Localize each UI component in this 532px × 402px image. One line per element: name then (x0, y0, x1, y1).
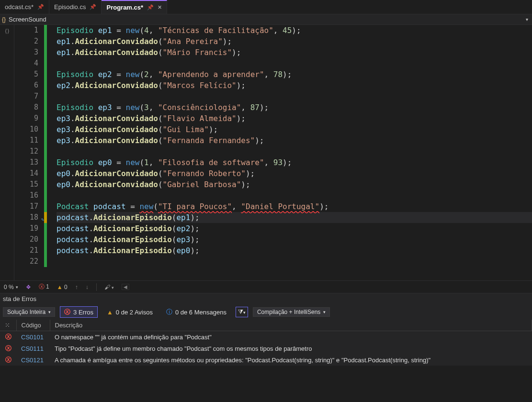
token: Episodio (57, 26, 93, 35)
error-filter-bar: Solução Inteira ▾ ⓧ 3 Erros ▲ 0 de 2 Avi… (0, 304, 532, 320)
error-row[interactable]: ⓧCS0121A chamada é ambígua entre os segu… (0, 354, 532, 366)
messages-filter[interactable]: ⓘ 0 de 6 Mensagens (162, 306, 231, 318)
chevron-down-icon[interactable]: ▾ (16, 285, 18, 290)
line-number: 18✎ (14, 212, 38, 223)
token: ); (209, 125, 218, 134)
code-line[interactable]: ep3.AdicionarConvidado("Flavio Almeida")… (57, 113, 532, 124)
collapse-icon[interactable]: ⟨⟩ (5, 28, 10, 34)
code-line[interactable]: Episodio ep2 = new(2, "Aprendendo a apre… (57, 69, 532, 80)
code-line[interactable] (57, 146, 532, 157)
code-line[interactable]: ep2.AdicionarConvidado("Marcos Felício")… (57, 80, 532, 91)
code-editor[interactable]: ⟨⟩ 123456789101112131415161718✎19202122 … (0, 25, 532, 280)
token: "TI para Poucos" (158, 202, 232, 211)
nav-up-icon[interactable]: ↑ (75, 284, 78, 290)
code-line[interactable]: ep0.AdicionarConvidado("Gabriel Barbosa"… (57, 179, 532, 190)
error-count[interactable]: ⓧ 1 (39, 283, 49, 291)
code-line[interactable] (57, 190, 532, 201)
line-number: 9 (14, 113, 38, 124)
token: , (273, 26, 283, 35)
col-icon[interactable]: ⁙ (0, 320, 16, 331)
close-icon[interactable]: ✕ (158, 4, 162, 11)
token: . (89, 235, 93, 244)
errors-filter-label: 3 Erros (73, 309, 93, 316)
token: podcast (57, 213, 89, 222)
token: ep1 (98, 26, 112, 35)
code-line[interactable]: Episodio ep3 = new(3, "Consciênciologia"… (57, 102, 532, 113)
namespace-icon: {} (2, 16, 6, 23)
divider (96, 283, 97, 291)
code-line[interactable]: podcast.AdicionarEpisodio(ep0); (57, 245, 532, 256)
token: "Mário Francis" (163, 48, 232, 57)
nav-down-icon[interactable]: ↓ (86, 284, 89, 290)
token: AdicionarEpisodio (93, 213, 172, 222)
code-line[interactable]: podcast.AdicionarEpisodio(ep2); (57, 223, 532, 234)
code-line[interactable]: Episodio ep1 = new(4, "Técnicas de Facil… (57, 25, 532, 36)
tab-odcast[interactable]: odcast.cs* 📌 (0, 0, 49, 14)
scope-label: Solução Inteira (7, 309, 45, 315)
token: . (70, 114, 75, 123)
token: = (112, 70, 126, 79)
token: , (264, 158, 273, 167)
zoom-level[interactable]: 0 % ▾ (4, 284, 18, 290)
code-line[interactable] (57, 91, 532, 102)
col-desc[interactable]: Descrição (50, 320, 532, 331)
token: 45 (283, 26, 292, 35)
token: "Gui Lima" (163, 125, 209, 134)
token: . (89, 246, 93, 255)
build-combo-label: Compilação + IntelliSens (257, 309, 320, 315)
code-line[interactable]: podcast.AdicionarEpisodio(ep3); (57, 234, 532, 245)
code-line[interactable]: ep1.AdicionarConvidado("Mário Francis"); (57, 47, 532, 58)
chevron-down-icon: ▾ (48, 310, 51, 314)
pin-icon[interactable]: 📌 (147, 4, 154, 11)
line-number: 21 (14, 245, 38, 256)
line-number: 19 (14, 223, 38, 234)
token: "Consciênciologia" (158, 103, 241, 112)
token: "Aprendendo a aprender" (158, 70, 264, 79)
token: ep1 (176, 213, 190, 222)
token: "Gabriel Barbosa" (163, 180, 241, 189)
code-line[interactable]: ep1.AdicionarConvidado("Ana Pereira"); (57, 36, 532, 47)
code-line[interactable]: Episodio ep0 = new(1, "Filosofia de soft… (57, 157, 532, 168)
token: "Fernanda Fernandes" (163, 136, 255, 145)
line-number: 4 (14, 58, 38, 69)
token: ep0 (176, 246, 190, 255)
token: Podcast (57, 202, 89, 211)
code-line[interactable]: Podcast podcast = new("TI para Poucos", … (57, 201, 532, 212)
build-source-dropdown[interactable]: Compilação + IntelliSens ▾ (253, 307, 330, 317)
code-line[interactable] (57, 256, 532, 267)
pin-icon[interactable]: 📌 (37, 4, 44, 10)
warnings-filter[interactable]: ▲ 0 de 2 Avisos (102, 307, 157, 317)
code-line[interactable]: ep3.AdicionarConvidado("Fernanda Fernand… (57, 135, 532, 146)
code-line[interactable]: ep0.AdicionarConvidado("Fernando Roberto… (57, 168, 532, 179)
tab-episodio[interactable]: Episodio.cs 📌 (49, 0, 102, 14)
col-code[interactable]: Código (16, 320, 50, 331)
token: , (149, 26, 158, 35)
error-description: Tipo "Podcast" já define um membro chama… (50, 343, 532, 354)
token: = (112, 103, 126, 112)
token: new (126, 158, 140, 167)
token: ( (139, 70, 144, 79)
code-area[interactable]: Episodio ep1 = new(4, "Técnicas de Facil… (47, 25, 532, 280)
token: podcast (93, 202, 125, 211)
code-line[interactable]: podcast.AdicionarEpisodio(ep1); (57, 212, 532, 223)
token: ); (283, 158, 292, 167)
errors-filter[interactable]: ⓧ 3 Erros (60, 306, 98, 318)
error-row[interactable]: ⓧCS0101O namespace "" já contém uma defi… (0, 331, 532, 343)
code-line[interactable]: ep3.AdicionarConvidado("Gui Lima"); (57, 124, 532, 135)
error-row[interactable]: ⓧCS0111Tipo "Podcast" já define um membr… (0, 343, 532, 354)
line-number: 13 (14, 157, 38, 168)
pin-icon[interactable]: 📌 (90, 4, 96, 10)
info-icon[interactable]: ❖ (26, 284, 31, 290)
brush-icon[interactable]: 🖌 ▾ (104, 284, 114, 290)
scope-dropdown[interactable]: Solução Inteira ▾ (3, 307, 55, 317)
token: ); (260, 103, 269, 112)
scroll-left-icon[interactable]: ◀ (122, 284, 129, 290)
filter-toggle-button[interactable]: ⧩▾ (236, 307, 248, 317)
code-line[interactable] (57, 58, 532, 69)
breadcrumb-namespace[interactable]: ScreenSound (9, 16, 46, 23)
chevron-down-icon[interactable]: ▾ (526, 17, 528, 22)
warning-count[interactable]: ▲ 0 (57, 284, 68, 290)
token: ( (158, 136, 163, 145)
token: ( (158, 48, 163, 57)
tab-program[interactable]: Program.cs* 📌 ✕ (102, 0, 167, 14)
